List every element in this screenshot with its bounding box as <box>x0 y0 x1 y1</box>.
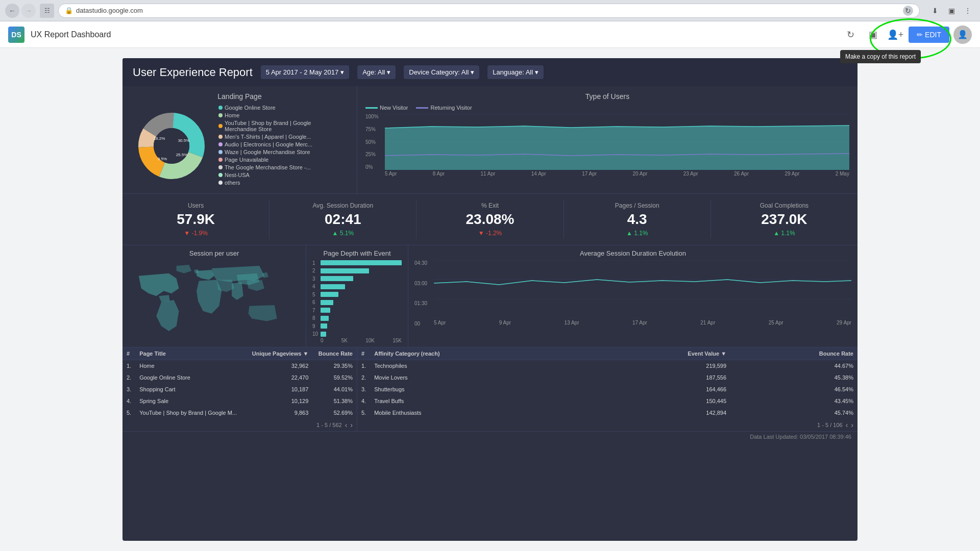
right-table: # Affinity Category (reach) Event Value … <box>357 347 857 431</box>
date-range-filter[interactable]: 5 Apr 2017 - 2 May 2017 ▾ <box>261 65 349 79</box>
table-row: 5. Mobile Enthusiasts 142,894 45.74% <box>357 407 857 419</box>
left-table-footer: 1 - 5 / 562 ‹ › <box>122 419 357 431</box>
legend-item: The Google Merchandise Store -... <box>218 164 312 170</box>
back-button[interactable]: ← <box>5 4 19 18</box>
type-users-title: Type of Users <box>365 92 849 101</box>
age-filter[interactable]: Age: All ▾ <box>357 65 396 79</box>
table-row: 2. Movie Lovers 187,556 45.38% <box>357 372 857 384</box>
share-button[interactable]: 👤+ <box>886 26 904 44</box>
svg-text:9.5%: 9.5% <box>158 157 167 161</box>
svg-text:30.5%: 30.5% <box>178 138 190 143</box>
avg-session-panel: Average Session Duration Evolution 04:30… <box>408 245 857 347</box>
stat-pages-value: 4.3 <box>568 211 706 228</box>
lock-icon: 🔒 <box>65 7 73 14</box>
stats-row: Users 57.9K ▼ -1.9% Avg. Session Duratio… <box>122 194 857 245</box>
browser-nav-buttons: ← → <box>5 4 36 18</box>
stat-goals: Goal Completions 237.0K ▲ 1.1% <box>711 200 857 239</box>
next-page-button[interactable]: › <box>350 421 353 429</box>
stat-exit-value: 23.08% <box>421 211 559 228</box>
extensions-icon[interactable]: ▣ <box>944 4 959 18</box>
legend-item: others <box>218 180 312 186</box>
page-title-cell: Home <box>135 360 245 372</box>
stat-avg-value: 02:41 <box>274 211 412 228</box>
url-bar[interactable]: 🔒 datastudio.google.com ↻ <box>58 4 920 18</box>
menu-icon[interactable]: ⋮ <box>961 4 975 18</box>
stat-avg-change: ▲ 5.1% <box>274 230 412 237</box>
app-logo: DS <box>8 27 24 43</box>
col-event-value[interactable]: Event Value ▼ <box>591 347 730 360</box>
refresh-button[interactable]: ↻ <box>903 6 913 16</box>
landing-page-title: Landing Page <box>131 92 349 101</box>
legend-item: Home <box>218 112 312 118</box>
page-title-cell: YouTube | Shop by Brand | Google M... <box>135 407 245 419</box>
table-row: 3. Shutterbugs 164,466 46.54% <box>357 384 857 395</box>
legend-dot <box>218 135 223 139</box>
legend-dot <box>218 158 223 162</box>
legend-item: Audio | Electronics | Google Merc... <box>218 141 312 147</box>
url-text: datastudio.google.com <box>76 7 143 14</box>
copy-report-button[interactable]: ▣ <box>864 26 882 44</box>
page-title-cell: Google Online Store <box>135 372 245 384</box>
depth-panel: Page Depth with Event 1 2 3 4 5 6 7 8 9 … <box>306 245 408 347</box>
browser-chrome: ← → ☷ 🔒 datastudio.google.com ↻ ⬇ ▣ ⋮ <box>0 0 980 21</box>
donut-chart: 18.2% 30.5% 25.5% 9.5% <box>131 105 212 187</box>
svg-marker-15 <box>385 126 849 170</box>
stat-users-change: ▼ -1.9% <box>127 230 265 237</box>
legend-item: Men's T-Shirts | Apparel | Google... <box>218 134 312 140</box>
table-row: 4. Travel Buffs 150,445 43.45% <box>357 395 857 407</box>
col-bounce-rate: Bounce Rate <box>312 347 357 360</box>
svg-text:18.2%: 18.2% <box>154 136 165 141</box>
browser-actions: ⬇ ▣ ⋮ <box>928 4 975 18</box>
prev-page-button[interactable]: ‹ <box>345 421 348 429</box>
left-table: # Page Title Unique Pageviews ▼ Bounce R… <box>122 347 357 431</box>
copy-tooltip: Make a copy of this report <box>840 50 921 63</box>
depth-bar-10 <box>321 332 326 337</box>
stat-pages-change: ▲ 1.1% <box>568 230 706 237</box>
legend-item: YouTube | Shop by Brand | GoogleMerchand… <box>218 120 312 132</box>
depth-bar-3 <box>321 276 353 281</box>
dashboard-wrap: User Experience Report 5 Apr 2017 - 2 Ma… <box>0 48 980 551</box>
table-row: 1. Technophiles 219,599 44.67% <box>357 360 857 372</box>
col-pageviews[interactable]: Unique Pageviews ▼ <box>246 347 313 360</box>
stat-goals-value: 237.0K <box>715 211 853 228</box>
page-depth-title: Page Depth with Event <box>312 249 402 257</box>
refresh-report-button[interactable]: ↻ <box>841 26 860 44</box>
donut-container: 18.2% 30.5% 25.5% 9.5% Google Online Sto… <box>131 105 349 187</box>
app-header-left: DS UX Report Dashboard <box>8 27 111 43</box>
stat-avg-session: Avg. Session Duration 02:41 ▲ 5.1% <box>270 200 416 239</box>
table-row: 5. YouTube | Shop by Brand | Google M...… <box>122 407 357 419</box>
app-title: UX Report Dashboard <box>31 30 111 39</box>
legend-item: Waze | Google Merchandise Store <box>218 149 312 155</box>
stat-exit-label: % Exit <box>421 202 559 209</box>
prev-page-right-button[interactable]: ‹ <box>846 421 848 429</box>
col-page-title: Page Title <box>135 347 245 360</box>
edit-button[interactable]: ✏ EDIT <box>909 27 949 43</box>
legend-dot <box>218 124 223 128</box>
middle-section: Session per user <box>122 245 857 347</box>
landing-page-panel: Landing Page <box>122 86 357 193</box>
legend-dot <box>218 113 223 117</box>
avatar[interactable]: 👤 <box>953 26 972 44</box>
legend-dot <box>218 165 223 169</box>
pencil-icon: ✏ <box>917 31 923 39</box>
device-filter[interactable]: Device Category: All ▾ <box>404 65 479 79</box>
type-users-chart <box>385 114 849 170</box>
forward-button[interactable]: → <box>21 4 36 18</box>
depth-bar-6 <box>321 300 333 305</box>
table-row: 1. Home 32,962 29.35% <box>122 360 357 372</box>
col-affinity: Affinity Category (reach) <box>370 347 591 360</box>
depth-bar-2 <box>321 268 369 273</box>
download-icon[interactable]: ⬇ <box>928 4 942 18</box>
next-page-right-button[interactable]: › <box>851 421 853 429</box>
session-per-user-title: Session per user <box>129 249 300 257</box>
avg-session-chart <box>434 260 851 319</box>
right-table-footer: 1 - 5 / 106 ‹ › <box>357 419 857 431</box>
app-header-right: ↻ ▣ 👤+ ✏ EDIT Make a copy of this report… <box>841 26 972 44</box>
svg-text:25.5%: 25.5% <box>176 153 188 157</box>
app-header: DS UX Report Dashboard ↻ ▣ 👤+ ✏ EDIT Mak… <box>0 21 980 48</box>
legend-dot <box>218 173 223 177</box>
col-bounce-r: Bounce Rate <box>730 347 857 360</box>
tab-list-button[interactable]: ☷ <box>40 4 54 18</box>
language-filter[interactable]: Language: All ▾ <box>487 65 544 79</box>
affinity-table: # Affinity Category (reach) Event Value … <box>357 347 857 419</box>
